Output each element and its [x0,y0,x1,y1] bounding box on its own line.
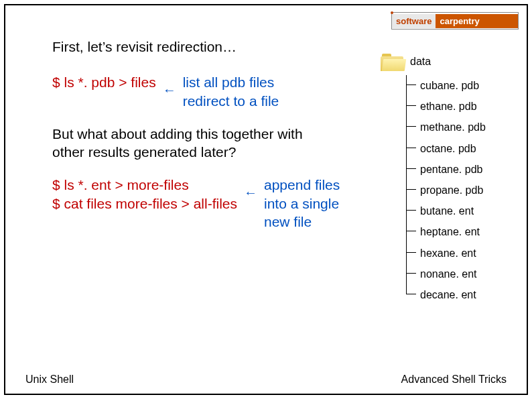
file-tree: data cubane. pdb ethane. pdb methane. pd… [399,52,507,305]
tree-item: nonane. ent [407,264,507,284]
arrow-icon: ← [163,81,176,99]
tree-item: ethane. pdb [407,96,507,117]
annotation-1-line-1: list all pdb files [183,73,279,91]
folder-label: data [410,56,431,68]
annotation-2: append files into a single new file [264,176,340,231]
tree-list: cubane. pdb ethane. pdb methane. pdb oct… [406,75,507,305]
slide-frame: software carpentry First, let’s revisit … [4,4,528,395]
question-text: But what about adding this together with… [52,125,393,162]
annotation-1: list all pdb files redirect to a file [183,73,279,110]
tree-item: methane. pdb [407,117,507,137]
brand-logo: software carpentry [391,12,519,30]
annotation-2-line-1: append files [264,176,340,194]
command-2-line-2: $ cat files more-files > all-files [52,194,237,213]
logo-right: carpentry [436,14,518,28]
footer-left: Unix Shell [25,374,74,386]
folder-row: data [381,52,507,71]
command-1: $ ls *. pdb > files [52,73,156,91]
tree-item: decane. ent [407,284,507,305]
tree-item: pentane. pdb [407,159,507,180]
footer-right: Advanced Shell Tricks [401,374,507,386]
slide-content: First, let’s revisit redirection… $ ls *… [52,38,393,231]
logo-left: software [392,14,436,28]
question-line-1: But what about adding this together with [52,125,393,143]
command-2-line-1: $ ls *. ent > more-files [52,176,237,194]
folder-icon [381,52,405,71]
annotation-2-line-2: into a single [264,194,340,213]
annotation-2-line-3: new file [264,213,340,231]
tree-item: propane. pdb [407,180,507,201]
tree-item: cubane. pdb [407,75,507,96]
tree-item: heptane. ent [407,221,507,242]
annotation-1-line-2: redirect to a file [183,92,279,110]
example-row-2: $ ls *. ent > more-files $ cat files mor… [52,176,393,231]
question-line-2: other results generated later? [52,143,393,161]
heading-text: First, let’s revisit redirection… [52,38,393,56]
tree-item: octane. pdb [407,138,507,159]
arrow-icon: ← [244,184,257,201]
command-2: $ ls *. ent > more-files $ cat files mor… [52,176,237,213]
tree-item: hexane. ent [407,243,507,264]
tree-item: butane. ent [407,201,507,221]
example-row-1: $ ls *. pdb > files ← list all pdb files… [52,73,393,110]
